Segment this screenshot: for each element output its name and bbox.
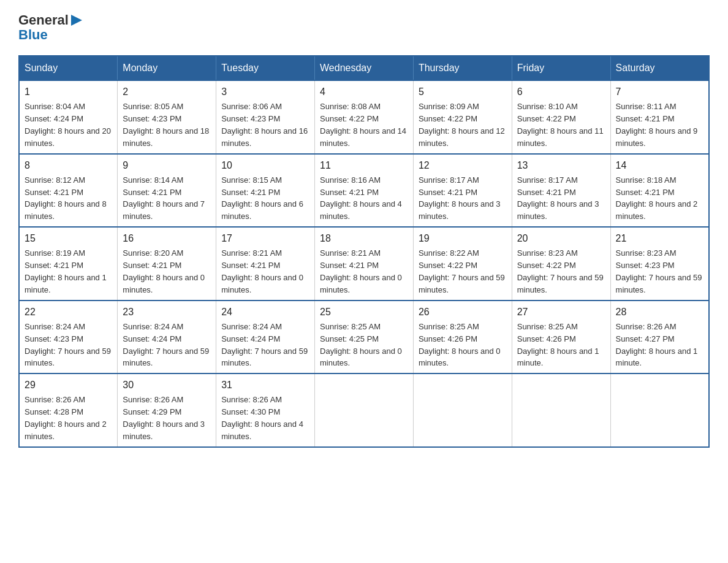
header-friday: Friday xyxy=(512,56,610,80)
day-number: 30 xyxy=(123,378,211,392)
day-info: Sunrise: 8:24 AMSunset: 4:23 PMDaylight:… xyxy=(25,322,111,368)
calendar-cell: 30Sunrise: 8:26 AMSunset: 4:29 PMDayligh… xyxy=(118,373,216,447)
calendar-cell xyxy=(610,373,709,447)
svg-marker-0 xyxy=(71,15,82,26)
day-info: Sunrise: 8:26 AMSunset: 4:28 PMDaylight:… xyxy=(25,395,107,441)
day-info: Sunrise: 8:25 AMSunset: 4:26 PMDaylight:… xyxy=(419,322,501,368)
calendar-cell: 15Sunrise: 8:19 AMSunset: 4:21 PMDayligh… xyxy=(19,227,118,301)
day-number: 29 xyxy=(25,378,112,392)
day-info: Sunrise: 8:26 AMSunset: 4:30 PMDaylight:… xyxy=(221,395,303,441)
day-number: 26 xyxy=(419,305,507,319)
calendar-cell: 21Sunrise: 8:23 AMSunset: 4:23 PMDayligh… xyxy=(610,227,709,301)
day-number: 6 xyxy=(517,85,605,99)
week-row-3: 15Sunrise: 8:19 AMSunset: 4:21 PMDayligh… xyxy=(19,227,709,301)
calendar-cell: 24Sunrise: 8:24 AMSunset: 4:24 PMDayligh… xyxy=(216,301,315,374)
day-number: 4 xyxy=(320,85,408,99)
day-info: Sunrise: 8:19 AMSunset: 4:21 PMDaylight:… xyxy=(25,248,107,294)
calendar-cell: 18Sunrise: 8:21 AMSunset: 4:21 PMDayligh… xyxy=(315,227,414,301)
week-row-5: 29Sunrise: 8:26 AMSunset: 4:28 PMDayligh… xyxy=(19,373,709,447)
day-number: 5 xyxy=(419,85,507,99)
calendar-cell xyxy=(315,373,414,447)
calendar-cell: 4Sunrise: 8:08 AMSunset: 4:22 PMDaylight… xyxy=(315,80,414,154)
week-row-1: 1Sunrise: 8:04 AMSunset: 4:24 PMDaylight… xyxy=(19,80,709,154)
calendar-cell: 12Sunrise: 8:17 AMSunset: 4:21 PMDayligh… xyxy=(413,154,512,228)
calendar-cell: 19Sunrise: 8:22 AMSunset: 4:22 PMDayligh… xyxy=(413,227,512,301)
calendar-cell: 7Sunrise: 8:11 AMSunset: 4:21 PMDaylight… xyxy=(610,80,709,154)
day-info: Sunrise: 8:17 AMSunset: 4:21 PMDaylight:… xyxy=(517,175,599,221)
day-number: 28 xyxy=(616,305,703,319)
logo-blue-text: Blue xyxy=(18,27,48,43)
week-row-2: 8Sunrise: 8:12 AMSunset: 4:21 PMDaylight… xyxy=(19,154,709,228)
day-number: 9 xyxy=(123,158,211,172)
day-number: 17 xyxy=(221,231,309,245)
day-number: 23 xyxy=(123,305,211,319)
calendar-cell: 10Sunrise: 8:15 AMSunset: 4:21 PMDayligh… xyxy=(216,154,315,228)
day-info: Sunrise: 8:22 AMSunset: 4:22 PMDaylight:… xyxy=(419,248,505,294)
header-tuesday: Tuesday xyxy=(216,56,315,80)
calendar-cell: 27Sunrise: 8:25 AMSunset: 4:26 PMDayligh… xyxy=(512,301,610,374)
day-info: Sunrise: 8:11 AMSunset: 4:21 PMDaylight:… xyxy=(616,102,698,148)
calendar-cell: 29Sunrise: 8:26 AMSunset: 4:28 PMDayligh… xyxy=(19,373,118,447)
day-info: Sunrise: 8:12 AMSunset: 4:21 PMDaylight:… xyxy=(25,175,107,221)
day-info: Sunrise: 8:08 AMSunset: 4:22 PMDaylight:… xyxy=(320,102,406,148)
logo-general-text: General xyxy=(18,12,69,28)
calendar-cell: 31Sunrise: 8:26 AMSunset: 4:30 PMDayligh… xyxy=(216,373,315,447)
calendar-cell: 17Sunrise: 8:21 AMSunset: 4:21 PMDayligh… xyxy=(216,227,315,301)
day-info: Sunrise: 8:06 AMSunset: 4:23 PMDaylight:… xyxy=(221,102,308,148)
calendar-cell: 25Sunrise: 8:25 AMSunset: 4:25 PMDayligh… xyxy=(315,301,414,374)
calendar-cell xyxy=(413,373,512,447)
calendar-cell: 3Sunrise: 8:06 AMSunset: 4:23 PMDaylight… xyxy=(216,80,315,154)
calendar-cell: 6Sunrise: 8:10 AMSunset: 4:22 PMDaylight… xyxy=(512,80,610,154)
day-number: 16 xyxy=(123,231,211,245)
day-number: 25 xyxy=(320,305,408,319)
header-thursday: Thursday xyxy=(413,56,512,80)
day-number: 22 xyxy=(25,305,112,319)
logo-arrow-icon xyxy=(70,13,83,27)
day-info: Sunrise: 8:10 AMSunset: 4:22 PMDaylight:… xyxy=(517,102,604,148)
day-number: 12 xyxy=(419,158,507,172)
day-number: 13 xyxy=(517,158,605,172)
day-info: Sunrise: 8:23 AMSunset: 4:22 PMDaylight:… xyxy=(517,248,604,294)
day-number: 31 xyxy=(221,378,309,392)
day-info: Sunrise: 8:20 AMSunset: 4:21 PMDaylight:… xyxy=(123,248,205,294)
day-info: Sunrise: 8:16 AMSunset: 4:21 PMDaylight:… xyxy=(320,175,402,221)
calendar-cell: 16Sunrise: 8:20 AMSunset: 4:21 PMDayligh… xyxy=(118,227,216,301)
calendar-header-row: SundayMondayTuesdayWednesdayThursdayFrid… xyxy=(19,56,709,80)
header-wednesday: Wednesday xyxy=(315,56,414,80)
day-info: Sunrise: 8:26 AMSunset: 4:29 PMDaylight:… xyxy=(123,395,205,441)
calendar-cell: 28Sunrise: 8:26 AMSunset: 4:27 PMDayligh… xyxy=(610,301,709,374)
day-info: Sunrise: 8:24 AMSunset: 4:24 PMDaylight:… xyxy=(221,322,308,368)
page-header: General Blue xyxy=(18,12,710,43)
calendar-cell: 26Sunrise: 8:25 AMSunset: 4:26 PMDayligh… xyxy=(413,301,512,374)
calendar-cell: 22Sunrise: 8:24 AMSunset: 4:23 PMDayligh… xyxy=(19,301,118,374)
calendar-table: SundayMondayTuesdayWednesdayThursdayFrid… xyxy=(18,55,710,448)
day-number: 20 xyxy=(517,231,605,245)
day-number: 18 xyxy=(320,231,408,245)
day-info: Sunrise: 8:15 AMSunset: 4:21 PMDaylight:… xyxy=(221,175,303,221)
header-saturday: Saturday xyxy=(610,56,709,80)
logo: General Blue xyxy=(18,12,83,43)
day-number: 14 xyxy=(616,158,703,172)
day-number: 8 xyxy=(25,158,112,172)
calendar-cell: 2Sunrise: 8:05 AMSunset: 4:23 PMDaylight… xyxy=(118,80,216,154)
day-info: Sunrise: 8:14 AMSunset: 4:21 PMDaylight:… xyxy=(123,175,205,221)
day-info: Sunrise: 8:17 AMSunset: 4:21 PMDaylight:… xyxy=(419,175,501,221)
day-number: 27 xyxy=(517,305,605,319)
day-info: Sunrise: 8:21 AMSunset: 4:21 PMDaylight:… xyxy=(221,248,303,294)
day-number: 7 xyxy=(616,85,703,99)
calendar-cell: 14Sunrise: 8:18 AMSunset: 4:21 PMDayligh… xyxy=(610,154,709,228)
day-number: 11 xyxy=(320,158,408,172)
calendar-cell: 11Sunrise: 8:16 AMSunset: 4:21 PMDayligh… xyxy=(315,154,414,228)
calendar-cell: 13Sunrise: 8:17 AMSunset: 4:21 PMDayligh… xyxy=(512,154,610,228)
day-info: Sunrise: 8:04 AMSunset: 4:24 PMDaylight:… xyxy=(25,102,111,148)
day-info: Sunrise: 8:25 AMSunset: 4:26 PMDaylight:… xyxy=(517,322,599,368)
day-number: 1 xyxy=(25,85,112,99)
calendar-cell xyxy=(512,373,610,447)
day-number: 10 xyxy=(221,158,309,172)
calendar-cell: 1Sunrise: 8:04 AMSunset: 4:24 PMDaylight… xyxy=(19,80,118,154)
day-info: Sunrise: 8:26 AMSunset: 4:27 PMDaylight:… xyxy=(616,322,698,368)
day-info: Sunrise: 8:05 AMSunset: 4:23 PMDaylight:… xyxy=(123,102,209,148)
day-info: Sunrise: 8:24 AMSunset: 4:24 PMDaylight:… xyxy=(123,322,209,368)
day-number: 3 xyxy=(221,85,309,99)
day-number: 21 xyxy=(616,231,703,245)
